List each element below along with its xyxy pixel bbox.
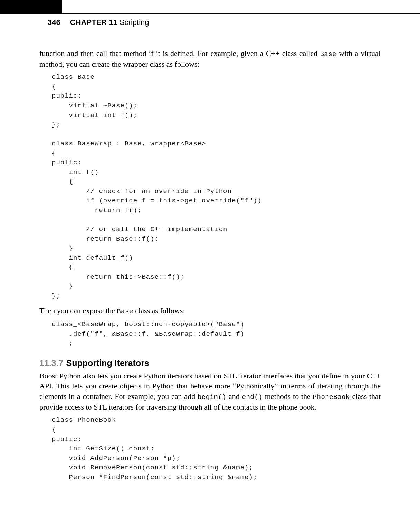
section-number: 11.3.7 bbox=[39, 358, 64, 368]
code-block-phonebook: class PhoneBook { public: int GetSize() … bbox=[52, 415, 381, 482]
content-area: function and then call that method if it… bbox=[39, 48, 381, 487]
intro-paragraph: function and then call that method if it… bbox=[39, 48, 381, 69]
text: class as follows: bbox=[133, 306, 185, 315]
page-number: 346 bbox=[48, 18, 60, 27]
code-block-class-def: class_<BaseWrap, boost::non-copyable>("B… bbox=[52, 320, 381, 348]
running-head: 346 CHAPTER 11 Scripting bbox=[48, 18, 149, 27]
text: and bbox=[226, 392, 242, 401]
text: function and then call that method if it… bbox=[39, 49, 320, 58]
page: 346 CHAPTER 11 Scripting function and th… bbox=[0, 0, 420, 518]
inline-code-phonebook: PhoneBook bbox=[313, 393, 350, 401]
inline-code-base: Base bbox=[117, 308, 133, 315]
chapter-title: Scripting bbox=[120, 18, 149, 27]
section-title: Supporting Iterators bbox=[66, 358, 149, 368]
section-heading: 11.3.7Supporting Iterators bbox=[39, 358, 381, 368]
expose-paragraph: Then you can expose the Base class as fo… bbox=[39, 306, 381, 316]
thumb-tab bbox=[0, 0, 62, 13]
code-block-base-wrap: class Base { public: virtual ~Base(); vi… bbox=[52, 73, 381, 301]
chapter-label: CHAPTER 11 bbox=[70, 18, 117, 27]
header-rule bbox=[0, 13, 420, 14]
iterators-paragraph: Boost Python also lets you create Python… bbox=[39, 371, 381, 412]
inline-code-base: Base bbox=[320, 50, 336, 58]
text: Then you can expose the bbox=[39, 306, 117, 315]
inline-code-begin: begin() bbox=[198, 393, 226, 401]
inline-code-end: end() bbox=[242, 393, 263, 401]
text: methods to the bbox=[262, 392, 313, 401]
